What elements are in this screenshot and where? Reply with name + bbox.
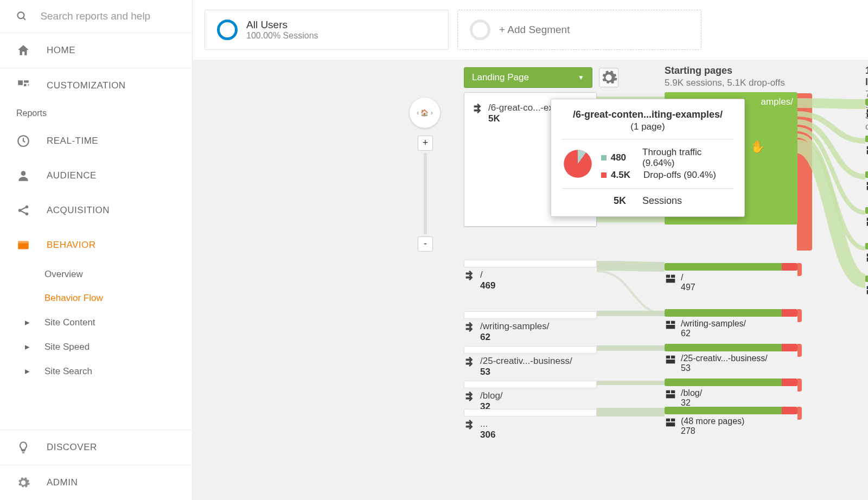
nav-realtime[interactable]: REAL-TIME [0, 124, 192, 158]
gear-icon [16, 476, 30, 490]
segment-sub: 100.00% Sessions [246, 31, 318, 41]
svg-line-1 [23, 18, 25, 20]
subnav-label: Site Speed [44, 342, 90, 352]
landing-node[interactable]: ... 306 [464, 407, 597, 445]
zoom-track[interactable] [424, 153, 427, 234]
nav-admin[interactable]: ADMIN [0, 465, 192, 500]
subnav-label: Site Content [44, 317, 95, 328]
zoom-in-button[interactable]: + [418, 136, 433, 151]
segment-ring-icon [217, 20, 238, 40]
svg-rect-19 [666, 356, 670, 359]
interaction-node[interactable]: /about-me/ 81 [865, 136, 868, 164]
dropoff-indicator [797, 93, 812, 251]
node-value: 53 [681, 363, 768, 373]
total-label: Sessions [642, 195, 682, 207]
svg-text:+: + [27, 82, 30, 88]
svg-rect-26 [671, 419, 675, 422]
nav-home[interactable]: HOME [0, 33, 192, 68]
main-panel: All Users 100.00% Sessions + Add Segment… [193, 0, 868, 500]
person-icon [16, 169, 30, 183]
node-value: 5K [488, 113, 558, 124]
clock-icon [16, 134, 30, 148]
nav-label: ADMIN [47, 477, 78, 488]
landing-node[interactable]: /25-creativ...-business/ 53 [464, 344, 597, 382]
dimension-selector[interactable]: Landing Page ▼ [464, 67, 592, 88]
starting-node[interactable]: / 497 [665, 263, 797, 292]
search-icon [16, 10, 27, 23]
nav-label: CUSTOMIZATION [47, 80, 126, 91]
nav-audience[interactable]: AUDIENCE [0, 158, 192, 193]
interaction-node[interactable]: /blogging/ 62 [865, 243, 868, 271]
starting-node[interactable]: /25-creativ...-business/ 53 [665, 344, 797, 373]
nav-customization[interactable]: + CUSTOMIZATION [0, 68, 192, 103]
caret-right-icon: ▸ [25, 366, 38, 377]
nav-label: REAL-TIME [47, 136, 98, 146]
node-value: 62 [681, 329, 746, 338]
starting-node[interactable]: /writing-samples/ 62 [665, 309, 797, 338]
add-segment[interactable]: + Add Segment [457, 10, 701, 50]
page-icon [865, 180, 868, 192]
dropoff-indicator [797, 344, 802, 357]
landing-node[interactable]: /writing-samples/ 62 [464, 309, 597, 347]
segment-bar: All Users 100.00% Sessions + Add Segment [193, 0, 868, 60]
interaction-node[interactable]: (32 more pages) 296 [865, 275, 868, 304]
subnav-site-content[interactable]: ▸Site Content [44, 310, 192, 335]
compass-inner: ‹ 🏠 › [417, 109, 433, 117]
subnav-site-speed[interactable]: ▸Site Speed [44, 335, 192, 359]
column-title: Starting pages [665, 65, 785, 76]
svg-rect-21 [666, 360, 675, 363]
pie-icon [562, 148, 593, 180]
entry-icon [464, 321, 476, 333]
chevron-down-icon: ▼ [578, 74, 584, 81]
dropoff-indicator [797, 309, 802, 322]
landing-node[interactable]: / 469 [464, 258, 597, 296]
total-count: 5K [614, 195, 626, 207]
caret-right-icon: ▸ [25, 317, 38, 328]
subnav-overview[interactable]: Overview [44, 262, 192, 286]
behavior-flow-canvas[interactable]: Landing Page ▼ Starting pages 5.9K sessi… [193, 60, 868, 493]
flow-settings-button[interactable] [599, 68, 618, 87]
gear-icon [599, 68, 618, 87]
interaction-node[interactable]: /writing-samples/ 187 [865, 99, 868, 127]
nav-label: HOME [47, 45, 75, 56]
flow-nav-compass[interactable]: ‹ 🏠 › [410, 98, 440, 128]
node-label: ... [480, 419, 495, 430]
segment-all-users[interactable]: All Users 100.00% Sessions [205, 10, 449, 50]
sidebar: HOME + CUSTOMIZATION Reports REAL-TIME A… [0, 0, 193, 500]
nav-behavior[interactable]: BEHAVIOR [0, 228, 192, 262]
page-icon [665, 273, 676, 285]
svg-rect-20 [671, 356, 675, 359]
nav-discover[interactable]: DISCOVER [0, 430, 192, 465]
entry-icon [464, 390, 476, 402]
starting-node[interactable]: (48 more pages) 278 [665, 407, 797, 436]
nav-acquisition[interactable]: ACQUISITION [0, 193, 192, 228]
starting-node[interactable]: /blog/ 32 [665, 379, 797, 408]
node-label: /writing-samples/ [681, 319, 746, 329]
interaction-node[interactable]: /content-marketing/ 81 [865, 171, 868, 200]
caret-right-icon: ▸ [25, 341, 38, 352]
page-icon [865, 107, 868, 119]
search-input[interactable] [40, 10, 176, 22]
svg-rect-2 [18, 80, 23, 85]
home-icon [16, 43, 30, 57]
column-starting-pages: Starting pages 5.9K sessions, 5.1K drop-… [665, 65, 785, 88]
behavior-icon [16, 238, 30, 252]
subnav-behavior-flow[interactable]: Behavior Flow [44, 286, 192, 310]
svg-rect-25 [666, 419, 670, 422]
node-label: /25-creativ...-business/ [681, 354, 768, 363]
behavior-subnav: Overview Behavior Flow ▸Site Content ▸Si… [0, 262, 192, 383]
node-label: /25-creativ...-business/ [480, 356, 572, 367]
node-tooltip: /6-great-conten...iting-examples/ (1 pag… [551, 99, 745, 217]
dashboard-icon: + [16, 79, 30, 93]
through-count: 480 [611, 152, 638, 163]
subnav-label: Site Search [44, 366, 92, 377]
segment-ring-empty-icon [470, 20, 490, 40]
entry-icon [472, 102, 484, 114]
node-value: 53 [480, 367, 572, 377]
interaction-node[interactable]: /copywriting/ 67 [865, 207, 868, 235]
subnav-site-search[interactable]: ▸Site Search [44, 359, 192, 383]
zoom-out-button[interactable]: - [418, 236, 433, 252]
through-label: Through traffic (9.64%) [642, 147, 733, 169]
svg-rect-22 [666, 390, 670, 394]
page-icon [865, 284, 868, 296]
